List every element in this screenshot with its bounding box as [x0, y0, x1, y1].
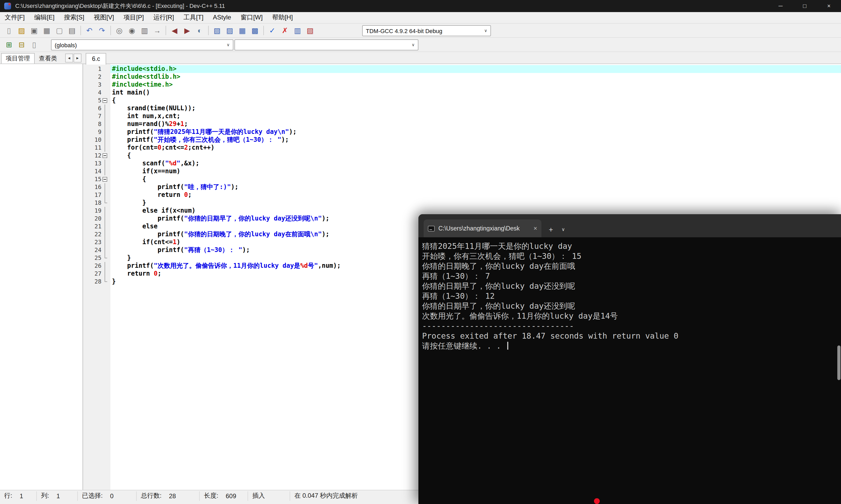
terminal-scrollbar-thumb[interactable]: [837, 345, 840, 380]
code-text[interactable]: return 0;: [110, 191, 841, 199]
code-text[interactable]: int num,x,cnt;: [110, 112, 841, 120]
replace-button[interactable]: ◉: [126, 24, 138, 37]
line-number: 16: [83, 183, 110, 191]
sidebar-tab-project-manager[interactable]: 项目管理: [1, 53, 35, 64]
menu-item-view[interactable]: 视图[V]: [89, 12, 119, 23]
fold-line: [105, 160, 105, 167]
code-token: );: [231, 183, 238, 191]
terminal-tab-close-icon[interactable]: ×: [533, 225, 537, 232]
code-token: }: [112, 278, 116, 285]
find-button[interactable]: ◎: [113, 24, 126, 37]
code-text[interactable]: #include<stdlib.h>: [110, 73, 841, 81]
new-project-button[interactable]: ▧: [211, 24, 223, 37]
code-text[interactable]: }: [110, 199, 841, 207]
gutter-cell: 17: [83, 191, 110, 199]
minimize-button[interactable]: ─: [769, 0, 793, 12]
code-token: %d: [300, 262, 308, 269]
save-file-button[interactable]: ▣: [28, 24, 40, 37]
code-text[interactable]: #include<stdio.h>: [110, 65, 841, 73]
menu-item-search[interactable]: 搜索[S]: [59, 12, 89, 23]
compile-button[interactable]: ✓: [266, 24, 279, 37]
code-text[interactable]: srand(time(NULL));: [110, 105, 841, 112]
code-token: ,&x);: [180, 160, 199, 167]
terminal-dropdown-button[interactable]: ∨: [561, 227, 565, 232]
terminal-tab[interactable]: C:\Users\zhangtingxiang\Desk ×: [424, 219, 542, 237]
menu-item-file[interactable]: 文件[F]: [0, 12, 30, 23]
terminal-output[interactable]: 猜猜2025年11月哪一天是你的lucky day开始喽，你有三次机会，猜吧（1…: [418, 237, 841, 504]
sidebar-tab-scroller: ◄ ►: [65, 54, 82, 62]
fold-toggle-icon[interactable]: [103, 177, 107, 182]
code-text[interactable]: if(x==num): [110, 167, 841, 175]
project-options-button[interactable]: ▦: [236, 24, 248, 37]
fold-toggle-icon[interactable]: [103, 98, 107, 103]
package-manager-icon: ▩: [252, 27, 258, 34]
goto-line-button[interactable]: →: [151, 24, 164, 37]
list-symbols-icon: ▯: [32, 41, 36, 48]
code-line: 16 printf("哇，猜中了:)");: [83, 183, 841, 191]
code-text[interactable]: {: [110, 175, 841, 183]
maximize-button[interactable]: □: [793, 0, 817, 12]
code-text[interactable]: printf("猜猜2025年11月哪一天是你的lucky day\n");: [110, 128, 841, 136]
open-file-button[interactable]: ▨: [15, 24, 28, 37]
compiler-selector[interactable]: TDM-GCC 4.9.2 64-bit Debug ∨: [362, 25, 491, 36]
new-file-button[interactable]: ▯: [3, 24, 15, 37]
save-all-button[interactable]: ▦: [40, 24, 53, 37]
code-text[interactable]: {: [110, 96, 841, 105]
code-text[interactable]: num=rand()%29+1;: [110, 120, 841, 128]
globals-selector[interactable]: (globals) ∨: [51, 39, 234, 50]
back-button[interactable]: ◀: [168, 24, 181, 37]
forward-button[interactable]: ▶: [181, 24, 193, 37]
find-next-button[interactable]: ▥: [138, 24, 151, 37]
editor-tab-6c[interactable]: 6.c: [86, 53, 106, 65]
code-text[interactable]: int main(): [110, 89, 841, 96]
menu-item-tools[interactable]: 工具[T]: [179, 12, 208, 23]
undo-button[interactable]: ↶: [83, 24, 96, 37]
fold-line: [105, 167, 105, 175]
menu-item-astyle[interactable]: AStyle: [208, 12, 236, 23]
debug-run-button[interactable]: ◐: [193, 24, 206, 37]
insert-snippet-button[interactable]: ⊞: [3, 38, 15, 51]
menu-item-edit[interactable]: 编辑[E]: [30, 12, 59, 23]
line-number: 22: [83, 231, 110, 238]
toggle-bookmark-button[interactable]: ⊟: [15, 38, 28, 51]
tab-row: 项目管理查看类 ◄ ► 6.c: [0, 52, 841, 64]
profile-analysis-button[interactable]: ▥: [291, 24, 304, 37]
code-text[interactable]: printf("开始喽，你有三次机会，猜吧（1~30）： ");: [110, 136, 841, 144]
sidebar-tab-class-viewer[interactable]: 查看类: [35, 53, 61, 64]
close-file-button[interactable]: ▢: [53, 24, 66, 37]
scroll-left-button[interactable]: ◄: [65, 54, 73, 62]
list-symbols-button[interactable]: ▯: [28, 38, 40, 51]
terminal-new-tab-button[interactable]: +: [549, 226, 553, 233]
menu-item-window[interactable]: 窗口[W]: [236, 12, 267, 23]
chevron-down-icon: ∨: [412, 42, 415, 47]
members-selector[interactable]: ∨: [235, 39, 418, 50]
fold-toggle-icon[interactable]: [103, 153, 107, 158]
package-manager-button[interactable]: ▩: [248, 24, 261, 37]
terminal-tabbar: C:\Users\zhangtingxiang\Desk × + ∨: [418, 214, 841, 237]
stop-execution-button[interactable]: ✗: [279, 24, 291, 37]
close-button[interactable]: ×: [817, 0, 841, 12]
scroll-right-button[interactable]: ►: [73, 54, 82, 62]
redo-button[interactable]: ↷: [96, 24, 108, 37]
delete-profiling-button[interactable]: ▧: [304, 24, 316, 37]
fold-line: [105, 262, 105, 270]
open-project-button[interactable]: ▨: [223, 24, 236, 37]
code-text[interactable]: scanf("%d",&x);: [110, 160, 841, 167]
code-token: printf(: [112, 246, 184, 254]
terminal-line: 猜猜2025年11月哪一天是你的lucky day: [422, 241, 841, 251]
menu-item-project[interactable]: 项目[P]: [119, 12, 149, 23]
code-text[interactable]: printf("哇，猜中了:)");: [110, 183, 841, 191]
menu-item-help[interactable]: 帮助[H]: [267, 12, 297, 23]
code-text[interactable]: {: [110, 152, 841, 160]
titlebar: C:\Users\zhangtingxiang\Desktop\新建文件夹\6\…: [0, 0, 841, 12]
code-token: ;: [188, 191, 192, 198]
code-text[interactable]: #include<time.h>: [110, 81, 841, 89]
code-text[interactable]: else if(x<num): [110, 207, 841, 215]
code-line: 17 return 0;: [83, 191, 841, 199]
menu-item-run[interactable]: 运行[R]: [149, 12, 179, 23]
statusbar-label: 已选择:: [82, 491, 103, 500]
code-line: 7 int num,x,cnt;: [83, 112, 841, 120]
print-button[interactable]: ▤: [66, 24, 78, 37]
terminal-window: C:\Users\zhangtingxiang\Desk × + ∨ 猜猜202…: [418, 214, 841, 504]
code-text[interactable]: for(cnt=0;cnt<=2;cnt++): [110, 144, 841, 152]
